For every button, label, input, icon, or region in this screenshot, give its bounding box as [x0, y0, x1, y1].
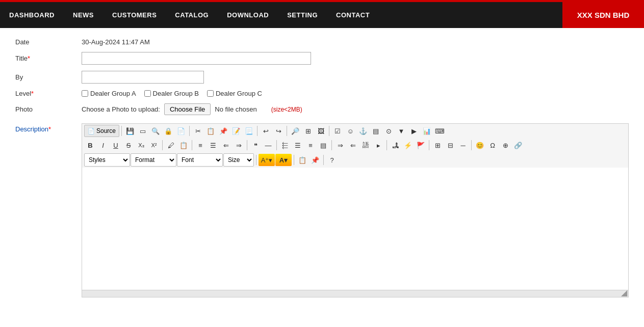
level-label: Level* — [15, 90, 82, 97]
source-button[interactable]: 📄 Source — [84, 125, 119, 137]
lock-icon[interactable]: 🔒 — [162, 125, 174, 137]
find-icon[interactable]: 🔍 — [149, 125, 162, 137]
align-right-icon[interactable]: ≡ — [304, 139, 317, 151]
link-icon[interactable]: 🔗 — [512, 139, 524, 151]
rtl-icon[interactable]: ⇐ — [347, 139, 359, 151]
ltr-icon[interactable]: ⇒ — [334, 139, 346, 151]
page-icon[interactable]: ▭ — [137, 125, 149, 137]
dealer-group-a-label[interactable]: Dealer Group A — [82, 90, 136, 97]
help-icon[interactable]: ? — [326, 154, 338, 166]
separator — [256, 155, 256, 165]
separator — [257, 126, 257, 136]
paste-icon[interactable]: 📌 — [217, 125, 229, 137]
copy-format-icon[interactable]: 📋 — [177, 139, 190, 151]
redo-icon[interactable]: ↪ — [272, 125, 285, 137]
align-justify-icon[interactable]: ▤ — [317, 139, 329, 151]
template-icon[interactable]: ⊕ — [499, 139, 511, 151]
by-input[interactable] — [82, 71, 204, 84]
dealer-group-b-checkbox[interactable] — [144, 90, 151, 97]
paste-word-icon[interactable]: 📃 — [243, 125, 255, 137]
copy-style-icon[interactable]: 📋 — [296, 154, 308, 166]
lang-icon[interactable]: 語 — [359, 139, 372, 151]
dealer-group-c-checkbox[interactable] — [207, 90, 214, 97]
cut-icon[interactable]: ✂ — [192, 125, 204, 137]
code-icon[interactable]: ⌨ — [433, 125, 446, 137]
bold-button[interactable]: B — [84, 139, 96, 151]
nav-item-news[interactable]: NEWS — [64, 2, 103, 28]
text-color-button[interactable]: A⁺▾ — [259, 154, 275, 166]
align-left-icon[interactable]: ⬱ — [279, 139, 291, 151]
chart-icon[interactable]: 📊 — [421, 125, 433, 137]
nav-item-contact[interactable]: CONTACT — [327, 2, 379, 28]
resize-handle[interactable]: ◢ — [621, 289, 628, 297]
editor-body[interactable] — [82, 168, 628, 290]
italic-button[interactable]: I — [97, 139, 109, 151]
styles-select[interactable]: Styles — [84, 153, 130, 167]
rich-text-editor: 📄 Source 💾 ▭ 🔍 🔒 📄 ✂ 📋 📌 📝 📃 — [82, 121, 629, 297]
radio-icon[interactable]: ⊙ — [382, 125, 395, 137]
separator — [276, 140, 277, 150]
smiley2-icon[interactable]: 😊 — [474, 139, 486, 151]
toolbar-row-1: 📄 Source 💾 ▭ 🔍 🔒 📄 ✂ 📋 📌 📝 📃 — [82, 124, 628, 138]
undo-icon[interactable]: ↩ — [260, 125, 272, 137]
title-label: Title* — [15, 54, 82, 62]
horizontal-rule-icon[interactable]: — — [262, 139, 274, 151]
find2-icon[interactable]: 🔎 — [289, 125, 301, 137]
outdent-icon[interactable]: ⇐ — [220, 139, 232, 151]
superscript-button[interactable]: X² — [148, 139, 160, 151]
select-icon[interactable]: ▼ — [395, 125, 407, 137]
separator — [287, 126, 287, 136]
hline-icon[interactable]: ─ — [457, 139, 469, 151]
separator — [329, 126, 329, 136]
underline-button[interactable]: U — [110, 139, 122, 151]
separator — [323, 155, 324, 165]
flag-icon[interactable]: 🚩 — [415, 139, 427, 151]
field-icon[interactable]: ▤ — [370, 125, 382, 137]
dealer-group-a-checkbox[interactable] — [82, 90, 88, 97]
title-input[interactable] — [82, 52, 311, 65]
save-icon[interactable]: 💾 — [124, 125, 136, 137]
paste-text-icon[interactable]: 📝 — [230, 125, 242, 137]
media-icon[interactable]: ▶ — [408, 125, 420, 137]
anchor-icon[interactable]: ⚓ — [357, 125, 369, 137]
background-color-button[interactable]: A▾ — [275, 154, 292, 166]
date-label: Date — [15, 38, 82, 46]
format-select[interactable]: Format — [131, 153, 176, 167]
dealer-group-b-label[interactable]: Dealer Group B — [144, 90, 199, 97]
numbered-list-icon[interactable]: ☰ — [207, 139, 219, 151]
nav-item-setting[interactable]: SETTING — [278, 2, 327, 28]
paste-style-icon[interactable]: 📌 — [309, 154, 321, 166]
dealer-group-c-label[interactable]: Dealer Group C — [207, 90, 262, 97]
select-all-icon[interactable]: ⊞ — [302, 125, 314, 137]
bullet-list-icon[interactable]: ≡ — [194, 139, 207, 151]
strikethrough-button[interactable]: S — [122, 139, 135, 151]
separator — [192, 140, 192, 150]
flash-icon[interactable]: ⚡ — [402, 139, 414, 151]
nav-item-dashboard[interactable]: DASHBOARD — [0, 2, 64, 28]
copy-icon[interactable]: 📋 — [204, 125, 217, 137]
image-icon[interactable]: 🖼 — [315, 125, 327, 137]
description-label: Description* — [15, 121, 82, 133]
align-center-icon[interactable]: ☰ — [292, 139, 304, 151]
nav-item-download[interactable]: DOWNLOAD — [218, 2, 278, 28]
table-icon[interactable]: ⊞ — [431, 139, 444, 151]
toolbar-row-2: B I U S X₂ X² 🖊 📋 ≡ ☰ ⇐ ⇒ ❝ — — [82, 138, 628, 152]
smiley-icon[interactable]: ☺ — [344, 125, 356, 137]
nav-item-catalog[interactable]: CATALOG — [166, 2, 218, 28]
more-icon[interactable]: ▸ — [372, 139, 384, 151]
separator — [121, 126, 122, 136]
special-char-icon[interactable]: Ω — [486, 139, 499, 151]
subscript-button[interactable]: X₂ — [135, 139, 147, 151]
remove-format-icon[interactable]: 🖊 — [165, 139, 177, 151]
blockquote-icon[interactable]: ❝ — [249, 139, 262, 151]
table2-icon[interactable]: ⊟ — [444, 139, 456, 151]
indent-icon[interactable]: ⇒ — [233, 139, 245, 151]
choose-file-button[interactable]: Choose File — [164, 103, 211, 115]
nav-item-customers[interactable]: CUSTOMERS — [103, 2, 166, 28]
photo-row: Photo Choose a Photo to upload: Choose F… — [15, 103, 629, 115]
size-select[interactable]: Size — [223, 153, 254, 167]
checkbox-icon[interactable]: ☑ — [331, 125, 344, 137]
img-icon[interactable]: 🏞 — [389, 139, 401, 151]
font-select[interactable]: Font — [177, 153, 223, 167]
print-icon[interactable]: 📄 — [175, 125, 187, 137]
